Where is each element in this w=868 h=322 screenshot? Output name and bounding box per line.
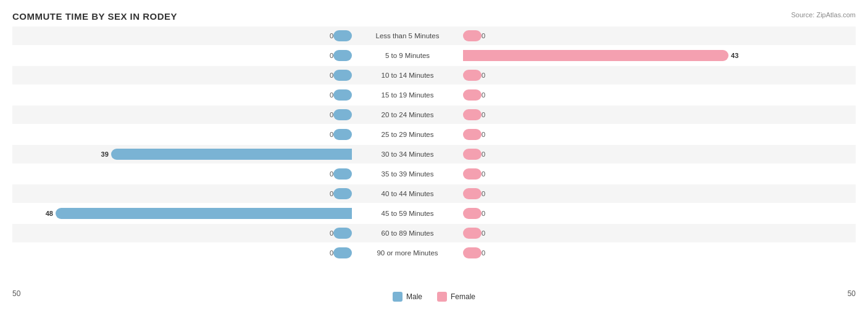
male-value: 39 <box>101 151 109 158</box>
male-bar <box>333 109 352 120</box>
row-label: 25 to 29 Minutes <box>352 131 463 138</box>
female-bar-container: 0 <box>463 105 803 124</box>
legend-female-box <box>437 292 447 302</box>
chart-row: 010 to 14 Minutes0 <box>12 66 856 85</box>
row-label: 5 to 9 Minutes <box>352 52 463 59</box>
male-bar <box>333 228 352 239</box>
legend-female: Female <box>437 292 475 302</box>
row-label: 90 or more Minutes <box>352 249 463 257</box>
row-label: 15 to 19 Minutes <box>352 91 463 99</box>
chart-row: 040 to 44 Minutes0 <box>12 184 856 203</box>
legend-male: Male <box>393 292 422 302</box>
male-bar-container: 0 <box>12 184 352 203</box>
female-bar <box>463 149 482 160</box>
row-label: 45 to 59 Minutes <box>352 210 463 217</box>
female-bar <box>463 89 482 101</box>
female-bar-container: 0 <box>463 27 803 45</box>
female-value: 0 <box>482 32 485 39</box>
female-bar <box>463 50 728 61</box>
chart-row: 025 to 29 Minutes0 <box>12 125 856 144</box>
female-bar <box>463 129 482 140</box>
female-value: 0 <box>482 249 485 257</box>
row-label: 35 to 39 Minutes <box>352 170 463 178</box>
female-value: 0 <box>482 111 485 118</box>
female-bar <box>463 30 482 41</box>
legend: Male Female <box>393 292 475 302</box>
female-bar-container: 0 <box>463 125 803 144</box>
chart-row: 4845 to 59 Minutes0 <box>12 204 856 223</box>
female-bar-container: 0 <box>463 204 803 223</box>
female-value: 0 <box>482 190 485 197</box>
axis-left-label: 50 <box>12 289 20 302</box>
male-bar <box>111 149 352 160</box>
male-bar-container: 48 <box>12 204 352 223</box>
row-label: 30 to 34 Minutes <box>352 151 463 158</box>
male-bar <box>333 50 352 61</box>
row-label: 40 to 44 Minutes <box>352 190 463 197</box>
female-value: 0 <box>482 151 485 158</box>
row-label: 10 to 14 Minutes <box>352 72 463 79</box>
female-value: 0 <box>482 91 485 99</box>
male-bar-container: 0 <box>12 125 352 144</box>
chart-row: 035 to 39 Minutes0 <box>12 165 856 183</box>
female-bar-container: 0 <box>463 184 803 203</box>
female-bar <box>463 208 482 219</box>
female-bar-container: 43 <box>463 46 803 65</box>
female-bar-container: 0 <box>463 224 803 242</box>
male-bar-container: 39 <box>12 145 352 163</box>
male-bar <box>333 188 352 199</box>
chart-container: COMMUTE TIME BY SEX IN RODEY Source: Zip… <box>0 0 868 322</box>
source-label: Source: ZipAtlas.com <box>791 11 856 19</box>
legend-female-label: Female <box>451 292 475 301</box>
male-bar-container: 0 <box>12 27 352 45</box>
male-bar-container: 0 <box>12 244 352 262</box>
legend-male-box <box>393 292 403 302</box>
chart-row: 020 to 24 Minutes0 <box>12 105 856 124</box>
chart-row: 0Less than 5 Minutes0 <box>12 27 856 45</box>
female-value: 0 <box>482 131 485 138</box>
male-bar <box>333 30 352 41</box>
female-bar <box>463 247 482 258</box>
female-bar <box>463 109 482 120</box>
axis-right-label: 50 <box>848 289 856 302</box>
male-bar-container: 0 <box>12 105 352 124</box>
female-bar <box>463 228 482 239</box>
male-bar-container: 0 <box>12 165 352 183</box>
chart-title: COMMUTE TIME BY SEX IN RODEY <box>12 11 856 22</box>
male-bar <box>333 89 352 101</box>
axis-bottom: 50 Male Female 50 <box>12 289 856 302</box>
female-bar <box>463 168 482 180</box>
male-bar <box>333 247 352 258</box>
female-bar-container: 0 <box>463 66 803 85</box>
chart-row: 05 to 9 Minutes43 <box>12 46 856 65</box>
female-value: 0 <box>482 170 485 178</box>
female-value: 0 <box>482 229 485 237</box>
chart-row: 3930 to 34 Minutes0 <box>12 145 856 163</box>
male-bar-container: 0 <box>12 46 352 65</box>
chart-row: 090 or more Minutes0 <box>12 244 856 262</box>
male-bar <box>333 129 352 140</box>
female-bar <box>463 70 482 81</box>
chart-row: 060 to 89 Minutes0 <box>12 224 856 242</box>
chart-area: 0Less than 5 Minutes005 to 9 Minutes4301… <box>12 27 856 286</box>
male-bar-container: 0 <box>12 224 352 242</box>
female-bar-container: 0 <box>463 145 803 163</box>
male-bar-container: 0 <box>12 66 352 85</box>
female-bar <box>463 188 482 199</box>
male-value: 48 <box>46 210 53 217</box>
male-bar <box>56 208 352 219</box>
male-bar <box>333 70 352 81</box>
chart-row: 015 to 19 Minutes0 <box>12 86 856 104</box>
male-bar <box>333 168 352 180</box>
row-label: Less than 5 Minutes <box>352 32 463 39</box>
female-value: 0 <box>482 210 485 217</box>
female-bar-container: 0 <box>463 86 803 104</box>
male-bar-container: 0 <box>12 86 352 104</box>
female-value: 43 <box>731 52 738 59</box>
female-bar-container: 0 <box>463 165 803 183</box>
row-label: 60 to 89 Minutes <box>352 229 463 237</box>
female-bar-container: 0 <box>463 244 803 262</box>
legend-male-label: Male <box>406 292 422 301</box>
female-value: 0 <box>482 72 485 79</box>
row-label: 20 to 24 Minutes <box>352 111 463 118</box>
